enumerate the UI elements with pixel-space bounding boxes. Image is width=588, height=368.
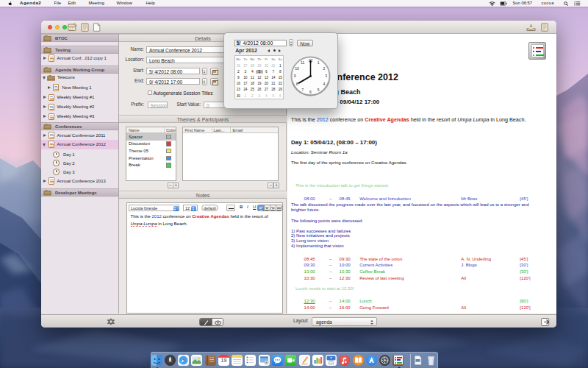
svg-text:2: 2 [323,66,325,70]
svg-text:1: 1 [317,60,319,64]
svg-text:7: 7 [301,87,304,91]
svg-text:10: 10 [295,66,299,70]
svg-text:8: 8 [295,82,298,86]
svg-text:11: 11 [301,60,304,64]
svg-text:4: 4 [323,81,325,85]
svg-text:6: 6 [309,89,312,93]
svg-text:9: 9 [293,74,295,78]
svg-text:3: 3 [325,74,327,78]
svg-text:5: 5 [317,87,319,91]
